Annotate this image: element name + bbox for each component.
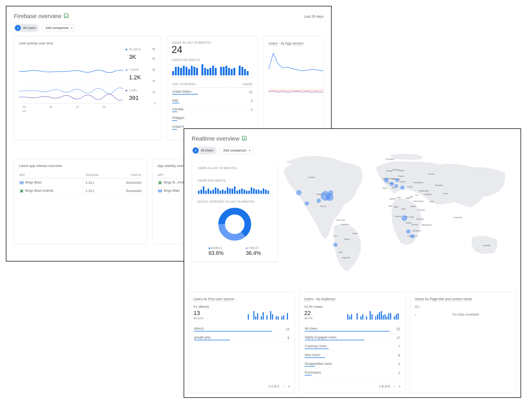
users-by-version-card: Users ▾ by App version — [263, 36, 324, 140]
svg-rect-138 — [267, 191, 269, 194]
svg-point-103 — [394, 184, 398, 188]
svg-text:Bolivia: Bolivia — [344, 238, 350, 240]
next-page-icon[interactable]: › — [288, 383, 290, 389]
plus-icon: + — [71, 26, 73, 30]
card-title: User activity over time — [19, 41, 156, 45]
svg-point-106 — [406, 229, 410, 234]
table-row[interactable]: Canada2 — [172, 106, 253, 114]
chevron-down-icon[interactable]: ▾ — [314, 298, 316, 301]
top-countries-table: TOP COUNTRIESUSERS United States11 Italy… — [172, 82, 253, 132]
svg-text:3K: 3K — [152, 68, 156, 71]
svg-text:Greenland: Greenland — [386, 158, 394, 160]
per-minute-label: USERS PER MINUTE — [172, 59, 253, 62]
svg-text:Algeria: Algeria — [390, 198, 395, 200]
svg-text:03: 03 — [23, 106, 26, 109]
device-donut-chart — [197, 207, 272, 242]
svg-rect-32 — [215, 68, 217, 75]
svg-text:2K: 2K — [152, 80, 156, 83]
segment-badge: A — [193, 148, 199, 153]
firebase-header: Firebase overview Last 28 days — [6, 6, 331, 24]
svg-text:Russia: Russia — [428, 173, 434, 175]
svg-rect-122 — [229, 189, 231, 194]
save-report-icon[interactable] — [242, 136, 247, 142]
svg-text:Norway: Norway — [386, 170, 393, 172]
svg-rect-23 — [188, 69, 190, 75]
svg-text:Kazakhstan: Kazakhstan — [414, 182, 423, 183]
svg-rect-109 — [198, 191, 200, 194]
svg-rect-117 — [217, 189, 219, 194]
svg-text:24: 24 — [102, 106, 106, 109]
add-comparison-button[interactable]: Add comparison + — [42, 24, 76, 32]
table-row[interactable]: Italy3 — [172, 97, 253, 105]
svg-text:Madagascar: Madagascar — [422, 224, 432, 226]
plus-icon: + — [249, 148, 251, 153]
table-row[interactable]: Philippin — [172, 115, 253, 123]
svg-rect-126 — [239, 190, 240, 194]
users-last-30-card: USERS IN LAST 30 MINUTES 24 USERS PER MI… — [167, 36, 258, 140]
table-row[interactable]: google-play6 — [194, 334, 289, 342]
svg-point-100 — [384, 178, 389, 182]
svg-text:Oct: Oct — [22, 110, 26, 112]
svg-rect-129 — [246, 191, 248, 194]
svg-text:Afghanistan: Afghanistan — [419, 190, 429, 192]
svg-point-105 — [401, 215, 407, 221]
svg-rect-115 — [212, 190, 214, 194]
y-axis-labels: 0 1K 2K 3K 4K 5K — [149, 48, 156, 115]
svg-text:Ethiopia: Ethiopia — [418, 209, 424, 211]
add-comparison-button[interactable]: Add comparison + — [219, 147, 254, 154]
svg-rect-124 — [234, 186, 236, 194]
svg-rect-112 — [205, 191, 207, 194]
date-range-selector[interactable]: Last 28 days — [304, 14, 324, 18]
svg-rect-132 — [253, 189, 255, 194]
page-title: Realtime overview — [192, 135, 240, 142]
table-row[interactable]: ▣Bingo Blast Android1.10.1Successful — [19, 187, 141, 195]
save-report-icon[interactable] — [64, 13, 69, 19]
svg-text:Chile: Chile — [338, 251, 343, 253]
svg-rect-42 — [247, 71, 249, 75]
svg-rect-137 — [265, 190, 267, 194]
svg-rect-33 — [220, 67, 222, 75]
svg-text:Nigeria: Nigeria — [395, 215, 401, 218]
svg-rect-21 — [183, 66, 185, 75]
table-row[interactable]: Highly Engaged Users17 — [305, 334, 400, 342]
svg-rect-110 — [200, 190, 202, 194]
world-map[interactable]: CanadaUnited StatesMexico VenezuelaColom… — [264, 134, 521, 302]
table-row[interactable]: New Users6 — [305, 351, 400, 360]
legend-1-day: 1 DAY 391 — [126, 89, 149, 101]
svg-text:1K: 1K — [152, 91, 156, 94]
svg-text:Argentina: Argentina — [342, 257, 350, 259]
table-row[interactable]: Purchasers2 — [305, 369, 400, 377]
svg-text:Sudan: Sudan — [410, 205, 416, 207]
donut-legend-tablet: TABLET 36.4% — [246, 245, 261, 256]
table-row[interactable]: iOSBingo Blast1.10.1Successful — [19, 179, 141, 187]
svg-rect-24 — [191, 66, 193, 75]
segment-chip-all-users[interactable]: A All Users — [14, 24, 39, 32]
svg-rect-17 — [172, 71, 174, 75]
svg-text:Ukraine: Ukraine — [399, 181, 405, 183]
svg-text:Zambia: Zambia — [411, 224, 418, 226]
next-page-icon[interactable]: › — [399, 383, 401, 389]
svg-rect-133 — [255, 190, 257, 194]
chevron-down-icon[interactable]: ▾ — [235, 298, 236, 301]
activity-line-chart: 03 Oct 10 17 24 — [19, 48, 123, 115]
svg-point-102 — [395, 178, 399, 182]
table-row[interactable]: United States11 — [172, 88, 253, 96]
table-row[interactable]: (direct)13 — [194, 325, 289, 333]
prev-page-icon[interactable]: ‹ — [394, 383, 395, 389]
table-row[interactable]: Crashing Users7 — [305, 343, 400, 351]
svg-rect-25 — [193, 67, 195, 75]
views-by-page-card: Views by Page title and screen name #1 -… — [410, 292, 516, 393]
table-row[interactable]: Disappointed users3 — [305, 360, 400, 369]
users-per-minute-chart — [172, 63, 254, 77]
ios-icon: iOS — [158, 189, 162, 193]
segment-chip-all-users[interactable]: A All Users — [192, 146, 217, 154]
table-row[interactable]: All Users22 — [305, 325, 400, 333]
svg-rect-28 — [204, 68, 206, 75]
svg-rect-113 — [208, 189, 209, 194]
svg-rect-118 — [220, 191, 221, 194]
svg-rect-128 — [244, 190, 245, 194]
segment-label: All Users — [23, 26, 36, 30]
audience-sparkline — [345, 309, 401, 320]
prev-page-icon[interactable]: ‹ — [283, 383, 284, 389]
svg-text:Australia: Australia — [483, 244, 490, 246]
